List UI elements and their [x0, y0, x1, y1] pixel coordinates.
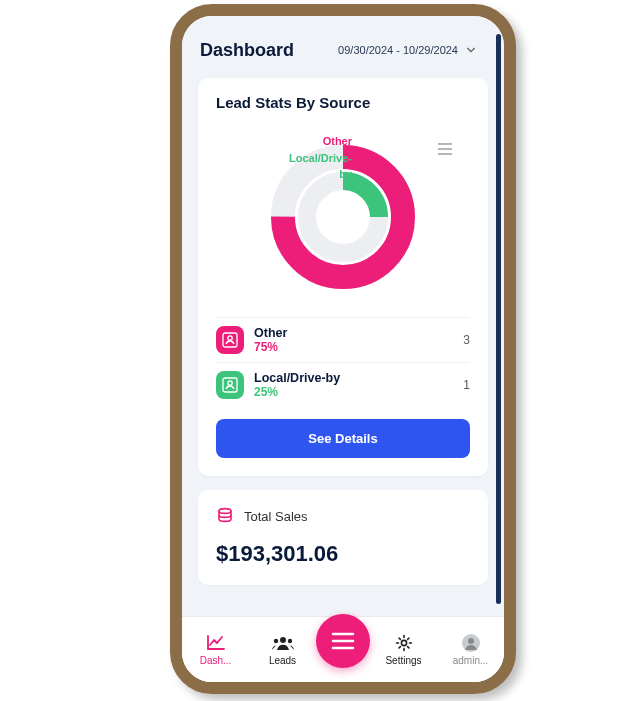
svg-point-5 [228, 336, 232, 340]
legend-pct: 75% [254, 340, 453, 354]
legend-row-local: Local/Drive-by 25% 1 [216, 362, 470, 407]
total-sales-value: $193,301.06 [216, 541, 470, 567]
bottom-nav: Dash... Leads Settings a [182, 616, 504, 682]
legend-text: Other 75% [254, 326, 453, 354]
svg-point-8 [219, 509, 231, 514]
fab-menu-button[interactable] [316, 614, 370, 668]
nav-label: admin... [453, 655, 489, 666]
page-title: Dashboard [200, 40, 294, 61]
svg-point-7 [228, 381, 232, 385]
coins-icon [216, 506, 234, 527]
see-details-button[interactable]: See Details [216, 419, 470, 458]
user-circle-icon [461, 633, 481, 653]
nav-label: Settings [385, 655, 421, 666]
chart-line-icon [206, 633, 226, 653]
nav-label: Leads [269, 655, 296, 666]
chart-inline-labels: Other Local/Drive-by [216, 133, 470, 183]
menu-icon [331, 631, 355, 651]
phone-frame: Dashboard 09/30/2024 - 10/29/2024 Lead S… [170, 4, 516, 694]
users-icon [271, 633, 295, 653]
scroll-indicator[interactable] [496, 34, 501, 604]
donut-chart: Other Local/Drive-by [216, 117, 470, 317]
svg-point-11 [287, 639, 291, 643]
legend-name: Local/Drive-by [254, 371, 453, 385]
person-icon [216, 326, 244, 354]
legend-row-other: Other 75% 3 [216, 317, 470, 362]
screen: Dashboard 09/30/2024 - 10/29/2024 Lead S… [182, 16, 504, 682]
nav-settings[interactable]: Settings [370, 633, 437, 666]
legend: Other 75% 3 Local/Drive-by 25% 1 [216, 317, 470, 407]
date-range-picker[interactable]: 09/30/2024 - 10/29/2024 [328, 38, 486, 62]
lead-stats-card: Lead Stats By Source Other Local/Drive-b… [198, 78, 488, 476]
person-icon [216, 371, 244, 399]
chevron-down-icon [466, 45, 476, 55]
nav-dashboard[interactable]: Dash... [182, 633, 249, 666]
nav-admin[interactable]: admin... [437, 633, 504, 666]
lead-stats-title: Lead Stats By Source [216, 94, 470, 111]
svg-point-10 [273, 639, 277, 643]
gear-icon [395, 633, 413, 653]
total-sales-label: Total Sales [244, 509, 308, 524]
legend-count: 3 [463, 333, 470, 347]
total-sales-card: Total Sales $193,301.06 [198, 490, 488, 585]
legend-count: 1 [463, 378, 470, 392]
svg-point-12 [401, 640, 406, 645]
legend-pct: 25% [254, 385, 453, 399]
legend-text: Local/Drive-by 25% [254, 371, 453, 399]
svg-point-14 [468, 638, 474, 644]
chart-label-local: Local/Drive-by [289, 152, 352, 181]
nav-label: Dash... [200, 655, 232, 666]
content-area: Dashboard 09/30/2024 - 10/29/2024 Lead S… [182, 16, 504, 616]
date-range-value: 09/30/2024 - 10/29/2024 [338, 44, 458, 56]
total-sales-header: Total Sales [216, 506, 470, 527]
legend-name: Other [254, 326, 453, 340]
svg-point-9 [280, 637, 286, 643]
nav-leads[interactable]: Leads [249, 633, 316, 666]
page-header: Dashboard 09/30/2024 - 10/29/2024 [182, 16, 504, 72]
chart-label-other: Other [323, 135, 352, 147]
